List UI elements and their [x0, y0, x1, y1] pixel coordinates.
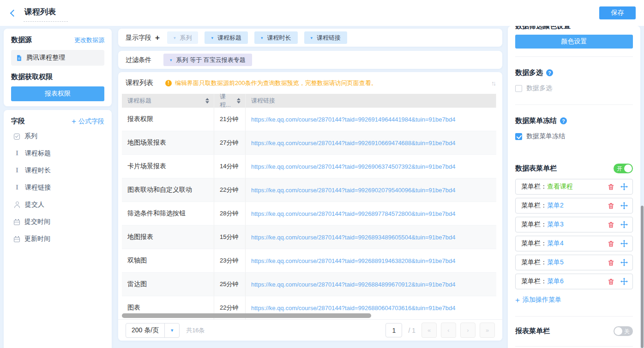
course-title-cell: 双轴图 [122, 249, 214, 272]
table-column-header[interactable]: 课程链接 [246, 94, 496, 108]
menu-bar-item[interactable]: 菜单栏： 菜单4 [515, 236, 633, 251]
trash-icon[interactable] [608, 183, 614, 190]
field-label: 更新时间 [24, 235, 50, 243]
field-chip[interactable]: ▾ 课程标题 [205, 31, 248, 44]
filter-chip[interactable]: ▾ 系列 等于 百宝云报表专题 [163, 54, 252, 66]
course-url-link[interactable]: https://ke.qq.com/course/2870144?taid=99… [246, 202, 496, 225]
field-item[interactable]: 课程标题 [11, 147, 104, 160]
course-url-link[interactable]: https://ke.qq.com/course/2870144?taid=99… [246, 178, 496, 201]
course-url-link[interactable]: https://ke.qq.com/course/2870144?taid=99… [246, 249, 496, 272]
table-row[interactable]: 双轴图 23分钟 https://ke.qq.com/course/287014… [122, 249, 496, 273]
help-icon[interactable] [560, 117, 567, 124]
toggle-knob [614, 327, 622, 335]
checkbox-unchecked-icon[interactable] [515, 85, 522, 92]
move-icon[interactable] [620, 183, 628, 190]
field-type-icon [14, 201, 20, 208]
chevron-down-icon: ▼ [164, 324, 179, 337]
toggle-off-label: 关 [624, 328, 630, 336]
sort-order-icon[interactable]: ↑↓ [491, 79, 495, 87]
field-chip[interactable]: ▾ 系列 [167, 31, 199, 44]
field-type-icon [14, 150, 20, 157]
trash-icon[interactable] [608, 278, 614, 285]
course-url-link[interactable]: https://ke.qq.com/course/2870144?taid=99… [246, 155, 496, 178]
pager-button[interactable]: ‹ [441, 323, 456, 338]
course-url-link[interactable]: https://ke.qq.com/course/2870144?taid=99… [246, 273, 496, 296]
add-display-field-icon[interactable]: + [155, 33, 160, 43]
field-label: 课程时长 [25, 166, 51, 175]
field-chip[interactable]: ▾ 课程时长 [254, 31, 298, 44]
datasource-item[interactable]: 腾讯课程整理 [11, 50, 104, 66]
back-icon[interactable] [10, 9, 18, 17]
table-row[interactable]: 卡片场景报表 14分钟 https://ke.qq.com/course/287… [122, 155, 496, 178]
menu-bar-item[interactable]: 菜单栏： 菜单3 [515, 217, 633, 232]
add-action-menu-link[interactable]: + 添加操作菜单 [515, 296, 633, 304]
table-row[interactable]: 筛选条件和筛选按钮 28分钟 https://ke.qq.com/course/… [122, 202, 496, 226]
field-type-icon [14, 220, 20, 225]
field-item[interactable]: 课程链接 [11, 181, 104, 195]
chevron-down-icon: ▾ [211, 36, 213, 40]
table-row[interactable]: 地图场景报表 27分钟 https://ke.qq.com/course/287… [122, 131, 496, 155]
field-item[interactable]: 系列 [11, 129, 104, 143]
report-menu-toggle[interactable]: 关 [614, 326, 633, 336]
field-type-icon [14, 134, 20, 140]
page-title: 课程列表 [24, 5, 68, 22]
sort-arrows-icon[interactable] [237, 98, 241, 104]
sort-arrows-icon[interactable] [205, 98, 209, 104]
move-icon[interactable] [620, 202, 628, 209]
move-icon[interactable] [620, 221, 628, 228]
menu-bar-item[interactable]: 菜单栏： 菜单2 [515, 198, 633, 214]
table-menu-toggle[interactable]: 开 [614, 164, 633, 173]
filter-label: 过滤条件 [126, 56, 151, 64]
trash-icon[interactable] [608, 202, 614, 209]
table-column-header[interactable]: 课程... [214, 94, 246, 108]
table-row[interactable]: 图表联动和自定义联动 22分钟 https://ke.qq.com/course… [122, 178, 496, 202]
vertical-scrollbar[interactable] [641, 206, 644, 348]
table-row[interactable]: 地图报表 15分钟 https://ke.qq.com/course/28701… [122, 226, 496, 249]
color-settings-button[interactable]: 颜色设置 [515, 35, 633, 49]
top-bar: 课程列表 保存 [0, 0, 644, 26]
freeze-heading: 数据菜单冻结 [515, 116, 557, 125]
field-item[interactable]: 提交人 [11, 198, 104, 212]
report-permission-button[interactable]: 报表权限 [11, 86, 104, 101]
menu-bar-item[interactable]: 菜单栏： 菜单5 [515, 255, 633, 270]
move-icon[interactable] [620, 240, 628, 247]
filter-card: 过滤条件 ▾ 系列 等于 百宝云报表专题 [118, 51, 502, 69]
freeze-checkbox-label: 数据菜单冻结 [526, 132, 565, 140]
table-row[interactable]: 雷达图 25分钟 https://ke.qq.com/course/287014… [122, 273, 496, 296]
field-type-icon [14, 237, 20, 242]
table-column-header[interactable]: 课程标题 [122, 94, 214, 108]
page-number-input[interactable] [385, 323, 402, 337]
trash-icon[interactable] [608, 240, 614, 247]
field-item[interactable]: 课程时长 [11, 164, 104, 177]
filter-chips: ▾ 系列 等于 百宝云报表专题 [163, 54, 252, 66]
checkbox-checked-icon[interactable] [515, 133, 522, 140]
help-icon[interactable] [546, 69, 553, 76]
pager-button[interactable]: › [460, 323, 475, 338]
move-icon[interactable] [620, 278, 628, 285]
field-item[interactable]: 提交时间 [11, 215, 104, 229]
table-row[interactable]: 报表权限 21分钟 https://ke.qq.com/course/28701… [122, 108, 496, 131]
freeze-checkbox-row[interactable]: 数据菜单冻结 [515, 132, 633, 140]
field-item[interactable]: 更新时间 [11, 232, 104, 246]
field-chip[interactable]: ▾ 课程链接 [304, 31, 348, 44]
warning-icon [165, 80, 172, 86]
course-url-link[interactable]: https://ke.qq.com/course/2870144?taid=99… [246, 131, 496, 154]
menu-bar-item[interactable]: 菜单栏： 查看课程 [515, 179, 633, 195]
save-button[interactable]: 保存 [599, 6, 636, 19]
multi-select-checkbox-row[interactable]: 数据多选 [515, 84, 633, 92]
trash-icon[interactable] [608, 259, 614, 266]
course-url-link[interactable]: https://ke.qq.com/course/2870144?taid=99… [246, 226, 496, 249]
course-title-cell: 雷达图 [122, 273, 214, 296]
pager-button[interactable]: « [421, 323, 437, 338]
move-icon[interactable] [620, 259, 628, 266]
menu-item-name: 菜单6 [547, 277, 564, 286]
horizontal-scrollbar[interactable] [122, 313, 371, 318]
pager-button[interactable]: » [480, 323, 495, 338]
add-formula-field-link[interactable]: + 公式字段 [72, 117, 104, 126]
trash-icon[interactable] [608, 221, 614, 228]
menu-bar-item[interactable]: 菜单栏： 菜单6 [515, 274, 633, 289]
change-datasource-link[interactable]: 更改数据源 [74, 36, 104, 44]
page-size-select[interactable]: 200 条/页 ▼ [126, 323, 180, 338]
course-url-link[interactable]: https://ke.qq.com/course/2870144?taid=99… [246, 108, 496, 131]
divider [515, 316, 633, 317]
